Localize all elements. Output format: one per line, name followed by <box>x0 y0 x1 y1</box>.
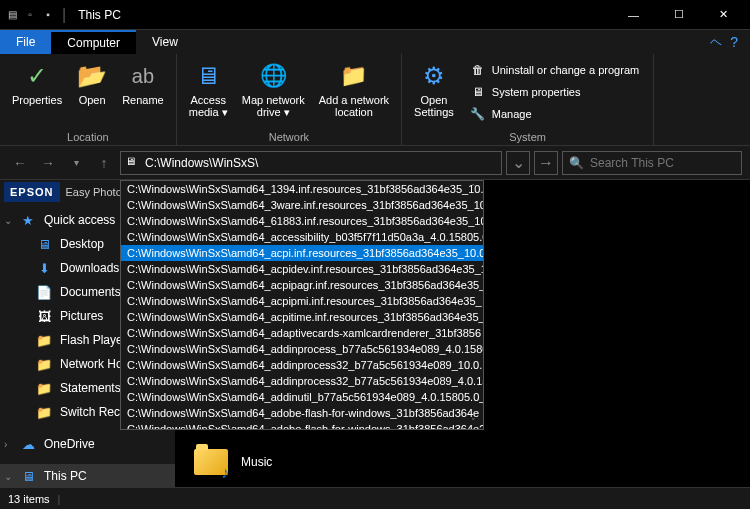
system-menu-icon[interactable]: ▤ <box>4 7 20 23</box>
autocomplete-item[interactable]: C:\Windows\WinSxS\amd64_acpi.inf.resourc… <box>121 245 483 261</box>
tab-view[interactable]: View <box>136 30 194 54</box>
add-location-icon: 📁 <box>338 60 370 92</box>
ribbon-tabs: File Computer View ヘ ? <box>0 30 750 54</box>
open-button[interactable]: 📂 Open <box>72 58 112 108</box>
go-button[interactable]: → <box>534 151 558 175</box>
ribbon-collapse-icon[interactable]: ヘ <box>710 34 722 51</box>
folder-music[interactable]: ♪ Music <box>187 438 276 486</box>
ribbon-group-system: ⚙ Open Settings 🗑 Uninstall or change a … <box>402 54 654 145</box>
open-settings-button[interactable]: ⚙ Open Settings <box>410 58 458 120</box>
quick-access-icon[interactable]: ▫ <box>22 7 38 23</box>
forward-button[interactable]: → <box>36 151 60 175</box>
sidebar-item-label: Statements <box>60 381 121 395</box>
search-input[interactable] <box>590 156 740 170</box>
properties-icon: ✓ <box>21 60 53 92</box>
rename-icon: ab <box>127 60 159 92</box>
pc-icon: 🖥 <box>125 155 141 171</box>
tab-file[interactable]: File <box>0 30 51 54</box>
address-bar[interactable]: 🖥 <box>120 151 502 175</box>
manage-item[interactable]: 🔧 Manage <box>470 104 639 124</box>
minimize-button[interactable]: — <box>611 0 656 30</box>
media-icon: 🖥 <box>192 60 224 92</box>
item-icon: 🖥 <box>36 236 52 252</box>
autocomplete-item[interactable]: C:\Windows\WinSxS\amd64_acpipmi.inf.reso… <box>121 293 483 309</box>
add-network-location-button[interactable]: 📁 Add a network location <box>315 58 393 120</box>
drive-icon: 🌐 <box>257 60 289 92</box>
autocomplete-item[interactable]: C:\Windows\WinSxS\amd64_addinutil_b77a5c… <box>121 389 483 405</box>
help-icon[interactable]: ? <box>730 34 738 50</box>
thispc-icon: ▪ <box>40 7 56 23</box>
autocomplete-item[interactable]: C:\Windows\WinSxS\amd64_acpitime.inf.res… <box>121 309 483 325</box>
item-icon: 🖼 <box>36 308 52 324</box>
search-box[interactable]: 🔍 <box>562 151 742 175</box>
item-icon: 📁 <box>36 332 52 348</box>
close-button[interactable]: ✕ <box>701 0 746 30</box>
sidebar-item-label: Documents <box>60 285 121 299</box>
scroll-down-icon[interactable]: ˅ <box>471 417 481 427</box>
autocomplete-item[interactable]: C:\Windows\WinSxS\amd64_acpidev.inf.reso… <box>121 261 483 277</box>
tab-computer[interactable]: Computer <box>51 30 136 54</box>
autocomplete-item[interactable]: C:\Windows\WinSxS\amd64_adobe-flash-for-… <box>121 405 483 421</box>
autocomplete-item[interactable]: C:\Windows\WinSxS\amd64_accessibility_b0… <box>121 229 483 245</box>
ribbon: ✓ Properties 📂 Open ab Rename Location 🖥… <box>0 54 750 146</box>
scroll-up-icon[interactable]: ˄ <box>471 183 481 193</box>
item-icon: 📁 <box>36 380 52 396</box>
status-bar: 13 items | <box>0 487 750 509</box>
chevron-down-icon[interactable]: ⌄ <box>4 215 12 226</box>
access-media-button[interactable]: 🖥 Access media ▾ <box>185 58 232 120</box>
star-icon: ★ <box>20 212 36 228</box>
address-dropdown-button[interactable]: ⌄ <box>506 151 530 175</box>
address-autocomplete-dropdown[interactable]: ˄ ˅ C:\Windows\WinSxS\amd64_1394.inf.res… <box>120 180 484 430</box>
music-note-icon: ♪ <box>221 464 229 482</box>
recent-dropdown[interactable]: ▾ <box>64 151 88 175</box>
settings-icon: ⚙ <box>418 60 450 92</box>
chevron-down-icon[interactable]: ⌄ <box>4 471 12 482</box>
sidebar-item-label: Flash Player <box>60 333 127 347</box>
autocomplete-item[interactable]: C:\Windows\WinSxS\amd64_acpipagr.inf.res… <box>121 277 483 293</box>
autocomplete-item[interactable]: C:\Windows\WinSxS\amd64_61883.inf.resour… <box>121 213 483 229</box>
ribbon-group-location: ✓ Properties 📂 Open ab Rename Location <box>0 54 177 145</box>
rename-button[interactable]: ab Rename <box>118 58 168 108</box>
item-icon: 📁 <box>36 404 52 420</box>
properties-button[interactable]: ✓ Properties <box>8 58 66 108</box>
item-icon: ⬇ <box>36 260 52 276</box>
ribbon-group-network: 🖥 Access media ▾ 🌐 Map network drive ▾ 📁… <box>177 54 402 145</box>
window-title: This PC <box>78 8 121 22</box>
sidebar-item-label: Downloads <box>60 261 119 275</box>
autocomplete-item[interactable]: C:\Windows\WinSxS\amd64_addinprocess32_b… <box>121 373 483 389</box>
autocomplete-item[interactable]: C:\Windows\WinSxS\amd64_1394.inf.resourc… <box>121 181 483 197</box>
autocomplete-item[interactable]: C:\Windows\WinSxS\amd64_addinprocess32_b… <box>121 357 483 373</box>
cloud-icon: ☁ <box>20 436 36 452</box>
sidebar-item-label: Desktop <box>60 237 104 251</box>
autocomplete-item[interactable]: C:\Windows\WinSxS\amd64_adobe-flash-for-… <box>121 421 483 430</box>
pc-icon: 🖥 <box>20 468 36 484</box>
back-button[interactable]: ← <box>8 151 32 175</box>
chevron-right-icon[interactable]: › <box>4 439 7 450</box>
item-icon: 📄 <box>36 284 52 300</box>
epson-logo: EPSON <box>4 182 60 202</box>
up-button[interactable]: ↑ <box>92 151 116 175</box>
sidebar-this-pc[interactable]: ⌄ 🖥 This PC <box>0 464 175 487</box>
item-count: 13 items <box>8 493 50 505</box>
maximize-button[interactable]: ☐ <box>656 0 701 30</box>
open-icon: 📂 <box>76 60 108 92</box>
title-bar: ▤ ▫ ▪ | This PC — ☐ ✕ <box>0 0 750 30</box>
navigation-bar: ← → ▾ ↑ 🖥 ⌄ → 🔍 <box>0 146 750 180</box>
system-properties-item[interactable]: 🖥 System properties <box>470 82 639 102</box>
item-icon: 📁 <box>36 356 52 372</box>
address-input[interactable] <box>145 156 497 170</box>
autocomplete-item[interactable]: C:\Windows\WinSxS\amd64_addinprocess_b77… <box>121 341 483 357</box>
uninstall-icon: 🗑 <box>470 62 486 78</box>
search-icon: 🔍 <box>569 156 584 170</box>
sidebar-item-label: Pictures <box>60 309 103 323</box>
map-network-drive-button[interactable]: 🌐 Map network drive ▾ <box>238 58 309 120</box>
epson-toolbar: EPSON Easy Photo P <box>4 180 138 204</box>
folder-icon: ♪ <box>191 442 231 482</box>
system-icon: 🖥 <box>470 84 486 100</box>
sidebar-onedrive[interactable]: › ☁ OneDrive <box>0 432 175 456</box>
autocomplete-item[interactable]: C:\Windows\WinSxS\amd64_3ware.inf.resour… <box>121 197 483 213</box>
uninstall-program-item[interactable]: 🗑 Uninstall or change a program <box>470 60 639 80</box>
autocomplete-item[interactable]: C:\Windows\WinSxS\amd64_adaptivecards-xa… <box>121 325 483 341</box>
manage-icon: 🔧 <box>470 106 486 122</box>
